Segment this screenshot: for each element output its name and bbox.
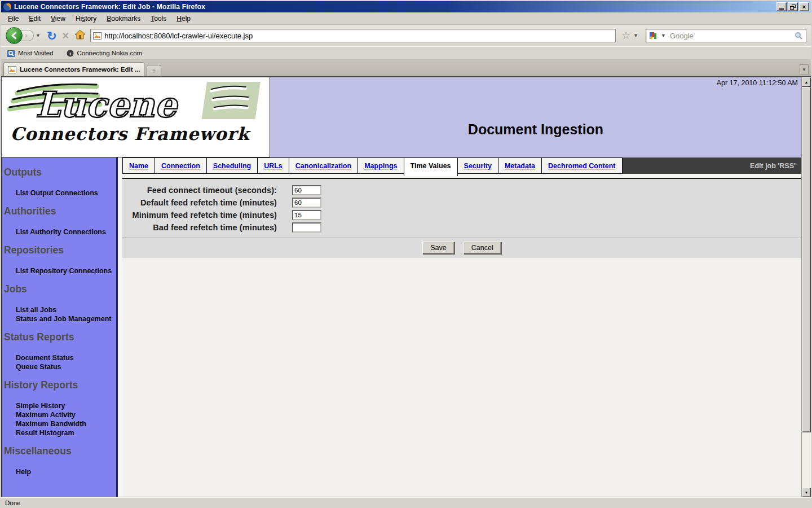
tab-link-canonicalization[interactable]: Canonicalization	[295, 162, 351, 170]
scroll-down-button[interactable]: ▼	[802, 488, 811, 497]
bookmark-most-visited[interactable]: Most Visited	[5, 49, 55, 58]
page-favicon-icon	[93, 32, 102, 40]
search-magnifier-icon[interactable]	[795, 32, 803, 40]
home-button[interactable]	[73, 29, 87, 42]
url-bar[interactable]: http://localhost:8080/lcf-crawler-ui/exe…	[90, 29, 616, 42]
search-input[interactable]: Google	[670, 32, 792, 40]
sidebar-item-maximum-activity[interactable]: Maximum Activity	[2, 410, 116, 419]
menu-view[interactable]: View	[46, 13, 70, 24]
main-area: NameConnectionSchedulingURLsCanonicaliza…	[118, 157, 801, 497]
sidebar-items: List Output Connections	[2, 189, 116, 198]
search-engine-caret-icon[interactable]: ▼	[659, 33, 668, 38]
tab-urls[interactable]: URLs	[257, 157, 289, 174]
tab-mappings[interactable]: Mappings	[358, 157, 404, 174]
minimize-button[interactable]	[776, 2, 787, 11]
sidebar-item-list-output-connections[interactable]: List Output Connections	[2, 189, 116, 198]
tab-link-dechromed-content[interactable]: Dechromed Content	[548, 162, 615, 170]
tab-link-scheduling[interactable]: Scheduling	[213, 162, 251, 170]
reload-button[interactable]: ↻	[46, 30, 58, 42]
tab-scheduling[interactable]: Scheduling	[206, 157, 258, 174]
new-tab-button[interactable]: +	[147, 65, 161, 76]
tab-connection[interactable]: Connection	[155, 157, 207, 174]
sidebar-items: List Authority Connections	[2, 227, 116, 237]
bookmark-connecting-nokia-com[interactable]: iConnecting.Nokia.com	[64, 49, 144, 58]
menu-file[interactable]: File	[3, 13, 23, 24]
bookmark-star-icon[interactable]: ☆	[621, 30, 630, 41]
tab-metadata[interactable]: Metadata	[498, 157, 542, 174]
browser-tab[interactable]: Lucene Connectors Framework: Edit ...	[3, 62, 144, 76]
menu-help[interactable]: Help	[172, 13, 195, 24]
menu-edit[interactable]: Edit	[24, 13, 45, 24]
status-bar: Done	[1, 497, 811, 508]
sidebar-item-status-and-job-management[interactable]: Status and Job Management	[2, 314, 116, 323]
tab-favicon-icon	[8, 66, 16, 73]
search-box[interactable]: ▼ Google	[646, 29, 806, 42]
page-title: Document Ingestion	[270, 121, 801, 138]
tab-link-security[interactable]: Security	[464, 162, 492, 170]
sidebar-item-list-repository-connections[interactable]: List Repository Connections	[2, 266, 116, 275]
history-dropdown-caret-icon[interactable]: ▼	[34, 33, 42, 38]
feed-connect-timeout-label: Feed connect timeout (seconds):	[122, 186, 277, 195]
stop-icon: ×	[63, 29, 69, 42]
bad-feed-refetch-time-input[interactable]	[292, 222, 321, 233]
back-arrow-icon	[10, 32, 18, 40]
scroll-up-button[interactable]: ▲	[802, 77, 811, 87]
menu-bookmarks[interactable]: Bookmarks	[102, 13, 145, 24]
tab-link-name[interactable]: Name	[129, 162, 148, 170]
forward-arrow-icon: ›	[25, 32, 28, 40]
stop-button[interactable]: ×	[61, 30, 70, 41]
back-button[interactable]	[6, 27, 23, 44]
bad-feed-refetch-time-label: Bad feed refetch time (minutes)	[122, 223, 277, 232]
cancel-button[interactable]: Cancel	[464, 242, 501, 254]
status-text: Done	[5, 500, 21, 506]
bookmark-dropdown-caret-icon[interactable]: ▼	[632, 33, 640, 38]
bookmark-label: Connecting.Nokia.com	[77, 50, 142, 56]
reload-icon: ↻	[47, 29, 57, 42]
tab-link-urls[interactable]: URLs	[264, 162, 283, 170]
form-row-minimum-feed-refetch-time: Minimum feed refetch time (minutes)	[122, 209, 801, 221]
bookmarks-toolbar: Most VisitediConnecting.Nokia.com	[1, 46, 811, 60]
tab-link-connection[interactable]: Connection	[161, 162, 200, 170]
edit-job-label: Edit job 'RSS'	[750, 157, 801, 174]
sidebar-section-outputs: OutputsList Output Connections	[2, 167, 116, 198]
save-button[interactable]: Save	[422, 242, 454, 254]
window-title: Lucene Connectors Framework: Edit Job - …	[14, 3, 775, 11]
lucene-logo: Lucene Connectors Framework	[1, 77, 270, 157]
feed-connect-timeout-input[interactable]	[292, 185, 321, 195]
menu-tools[interactable]: Tools	[146, 13, 171, 24]
tab-link-metadata[interactable]: Metadata	[505, 162, 535, 170]
tab-list-button[interactable]: ▼	[800, 64, 809, 75]
sidebar-item-maximum-bandwidth[interactable]: Maximum Bandwidth	[2, 419, 116, 428]
form-button-band: SaveCancel	[122, 238, 801, 258]
svg-text:Lucene: Lucene	[36, 84, 179, 125]
sidebar-item-queue-status[interactable]: Queue Status	[2, 362, 116, 371]
tab-dechromed-content[interactable]: Dechromed Content	[541, 157, 622, 174]
sidebar-item-simple-history[interactable]: Simple History	[2, 401, 116, 410]
sidebar-item-document-status[interactable]: Document Status	[2, 353, 116, 362]
browser-window: Lucene Connectors Framework: Edit Job - …	[0, 0, 812, 508]
restore-button[interactable]	[788, 2, 798, 11]
sidebar-section-history-reports: History ReportsSimple HistoryMaximum Act…	[2, 379, 116, 437]
url-text[interactable]: http://localhost:8080/lcf-crawler-ui/exe…	[104, 32, 613, 40]
tab-name[interactable]: Name	[122, 157, 155, 174]
sidebar-heading-outputs: Outputs	[2, 167, 116, 178]
scroll-down-icon: ▼	[805, 491, 809, 494]
sidebar-item-help[interactable]: Help	[2, 467, 116, 476]
tab-time-values[interactable]: Time Values	[404, 157, 458, 176]
home-icon	[74, 29, 86, 40]
logo-subtitle: Connectors Framework	[2, 124, 258, 144]
tab-link-mappings[interactable]: Mappings	[364, 162, 397, 170]
close-button[interactable]: ×	[799, 2, 809, 11]
sidebar-item-result-histogram[interactable]: Result Histogram	[2, 428, 116, 437]
vertical-scrollbar[interactable]: ▲ ▼	[801, 77, 811, 497]
sidebar-item-list-all-jobs[interactable]: List all Jobs	[2, 305, 116, 314]
tab-security[interactable]: Security	[457, 157, 498, 174]
sidebar-item-list-authority-connections[interactable]: List Authority Connections	[2, 227, 116, 237]
tab-canonicalization[interactable]: Canonicalization	[289, 157, 358, 174]
scrollbar-track[interactable]	[802, 432, 811, 488]
minimum-feed-refetch-time-input[interactable]	[292, 210, 321, 220]
default-feed-refetch-time-input[interactable]	[292, 198, 321, 208]
empty-page-area	[122, 258, 801, 497]
scrollbar-thumb[interactable]	[802, 87, 811, 432]
menu-history[interactable]: History	[71, 13, 101, 24]
